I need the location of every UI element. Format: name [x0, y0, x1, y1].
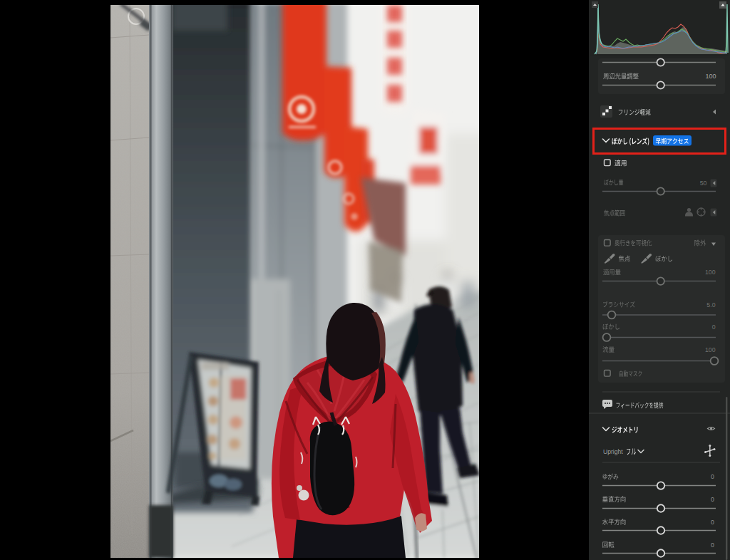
svg-text:0: 0 [711, 541, 714, 549]
svg-text:100: 100 [705, 346, 716, 353]
svg-text:50: 50 [700, 180, 707, 187]
svg-text:Upright: Upright [603, 448, 623, 455]
svg-text:0: 0 [711, 473, 714, 480]
svg-text:0: 0 [711, 519, 714, 526]
svg-text:100: 100 [705, 269, 716, 276]
svg-text:5.0: 5.0 [706, 301, 715, 308]
svg-text:100: 100 [705, 73, 716, 80]
svg-text:0: 0 [712, 323, 716, 331]
svg-text:0: 0 [711, 496, 714, 503]
